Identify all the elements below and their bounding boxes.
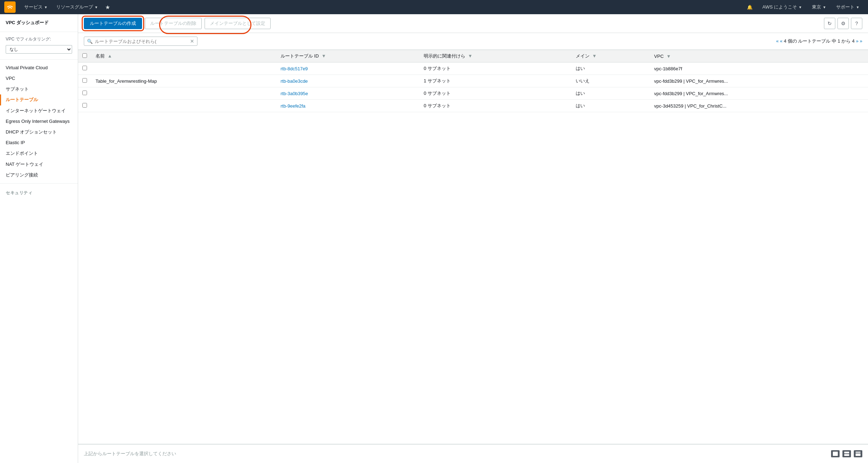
first-page-icon[interactable]: « [776, 38, 779, 44]
main-content: ルートテーブルの作成 ルートテーブルの削除 メインテーブルとして設定 ↻ ⚙ ? [78, 14, 868, 463]
pagination-text: 4 個の ルートテーブル 中 1 から 4 [784, 38, 856, 44]
sidebar-item-egress-only[interactable]: Egress Only Internet Gateways [0, 116, 78, 127]
cell-name-0 [91, 62, 276, 75]
pagination-info: « « 4 個の ルートテーブル 中 1 から 4 » » [776, 38, 862, 44]
row-checkbox-1[interactable] [82, 78, 87, 83]
svg-rect-3 [844, 454, 849, 456]
prev-page-icon[interactable]: « [780, 38, 782, 44]
select-all-checkbox[interactable] [82, 53, 87, 58]
services-menu[interactable]: サービス ▼ [20, 0, 52, 14]
resources-menu[interactable]: リソースグループ ▼ [52, 0, 102, 14]
row-checkbox-3[interactable] [82, 103, 87, 108]
security-section-header: セキュリティ [0, 186, 78, 197]
col-route-table-id: ルートテーブル ID ▼ [276, 50, 419, 62]
select-prompt: 上記からルートテーブルを選択してください [84, 451, 176, 457]
cell-main-2: はい [571, 87, 650, 100]
table-row[interactable]: rtb-3a0b395e 0 サブネット はい vpc-fdd3b299 | V… [78, 87, 868, 100]
cell-name-2 [91, 87, 276, 100]
cell-vpc-3: vpc-3d453259 | VPC_for_ChristC... [650, 100, 868, 112]
row-checkbox-0[interactable] [82, 66, 87, 70]
cell-name-1: Table_for_Aremwrestling-Map [91, 75, 276, 87]
table-row[interactable]: rtb-8dc517e9 0 サブネット はい vpc-1b886e7f [78, 62, 868, 75]
set-main-table-button[interactable]: メインテーブルとして設定 [205, 18, 271, 29]
sidebar-item-subnet[interactable]: サブネット [0, 84, 78, 94]
vpc-filter-select[interactable]: なし [6, 45, 72, 54]
svg-rect-2 [844, 452, 849, 453]
cell-vpc-1: vpc-fdd3b299 | VPC_for_Armwres... [650, 75, 868, 87]
vpc-filter-row: なし [0, 44, 78, 56]
cell-main-0: はい [571, 62, 650, 75]
sidebar-item-elastic-ip[interactable]: Elastic IP [0, 137, 78, 148]
panel-layout-full-icon[interactable] [831, 450, 840, 457]
row-checkbox-2[interactable] [82, 91, 87, 95]
bottom-panel: 上記からルートテーブルを選択してください [78, 444, 868, 463]
sidebar-item-vpc[interactable]: VPC [0, 73, 78, 84]
cell-associated-1: 1 サブネット [419, 75, 571, 87]
svg-rect-4 [856, 452, 861, 453]
refresh-button[interactable]: ↻ [824, 18, 835, 29]
cell-associated-2: 0 サブネット [419, 87, 571, 100]
cell-id-1: rtb-ba0e3cde [276, 75, 419, 87]
sidebar-item-nat-gateway[interactable]: NAT ゲートウェイ [0, 159, 78, 170]
table-area: 🔍 ✕ « « 4 個の ルートテーブル 中 1 から 4 » » [78, 33, 868, 444]
cell-name-3 [91, 100, 276, 112]
search-icon: 🔍 [87, 39, 93, 44]
aws-logo [4, 1, 16, 13]
filter-label: VPC でフィルタリング: [0, 35, 78, 44]
cell-associated-3: 0 サブネット [419, 100, 571, 112]
table-row[interactable]: rtb-9eefe2fa 0 サブネット はい vpc-3d453259 | V… [78, 100, 868, 112]
region-menu[interactable]: 東京 ▼ [808, 0, 830, 14]
search-bar: 🔍 ✕ « « 4 個の ルートテーブル 中 1 から 4 » » [78, 33, 868, 50]
support-menu[interactable]: サポート ▼ [832, 0, 864, 14]
cell-vpc-2: vpc-fdd3b299 | VPC_for_Armwres... [650, 87, 868, 100]
dashboard-title: VPC ダッシュボード [0, 14, 78, 29]
cell-main-3: はい [571, 100, 650, 112]
create-route-table-button[interactable]: ルートテーブルの作成 [84, 18, 142, 29]
clear-search-icon[interactable]: ✕ [190, 38, 194, 44]
cell-id-0: rtb-8dc517e9 [276, 62, 419, 75]
last-page-icon[interactable]: » [860, 38, 862, 44]
sidebar-item-internet-gateway[interactable]: インターネットゲートウェイ [0, 105, 78, 116]
sidebar-item-route-table[interactable]: ルートテーブル [0, 94, 78, 105]
sidebar-item-virtual-private-cloud[interactable]: Virtual Private Cloud [0, 62, 78, 73]
cell-id-3: rtb-9eefe2fa [276, 100, 419, 112]
cell-associated-0: 0 サブネット [419, 62, 571, 75]
cell-vpc-0: vpc-1b886e7f [650, 62, 868, 75]
cell-main-1: いいえ [571, 75, 650, 87]
favorites-icon[interactable]: ★ [102, 4, 113, 11]
svg-rect-1 [833, 452, 838, 456]
svg-rect-5 [856, 453, 861, 456]
route-table-data-table: 名前 ▲ ルートテーブル ID ▼ 明示的に関連付けら ▼ メイン ▼ VPC … [78, 50, 868, 112]
col-vpc: VPC ▼ [650, 50, 868, 62]
help-button[interactable]: ? [851, 18, 862, 29]
search-input[interactable] [95, 39, 189, 44]
panel-layout-icons [831, 450, 862, 457]
delete-route-table-button[interactable]: ルートテーブルの削除 [145, 18, 202, 29]
col-explicitly-associated: 明示的に関連付けら ▼ [419, 50, 571, 62]
sidebar: VPC ダッシュボード VPC でフィルタリング: なし Virtual Pri… [0, 14, 78, 463]
cell-id-2: rtb-3a0b395e [276, 87, 419, 100]
sidebar-item-endpoint[interactable]: エンドポイント [0, 148, 78, 159]
search-input-wrap: 🔍 ✕ [84, 37, 197, 46]
col-main: メイン ▼ [571, 50, 650, 62]
toolbar: ルートテーブルの作成 ルートテーブルの削除 メインテーブルとして設定 ↻ ⚙ ? [78, 14, 868, 33]
col-name: 名前 ▲ [91, 50, 276, 62]
bell-icon[interactable]: 🔔 [743, 0, 757, 14]
aws-welcome-menu[interactable]: AWS にようこそ ▼ [758, 0, 807, 14]
next-page-icon[interactable]: » [856, 38, 860, 44]
sidebar-item-dhcp[interactable]: DHCP オプションセット [0, 127, 78, 137]
panel-layout-bottom-icon[interactable] [854, 450, 862, 457]
panel-layout-split-icon[interactable] [842, 450, 851, 457]
sidebar-item-peering[interactable]: ピアリング接続 [0, 170, 78, 180]
top-navigation: サービス ▼ リソースグループ ▼ ★ 🔔 AWS にようこそ ▼ 東京 ▼ サ… [0, 0, 868, 14]
settings-button[interactable]: ⚙ [837, 18, 849, 29]
table-row[interactable]: Table_for_Aremwrestling-Map rtb-ba0e3cde… [78, 75, 868, 87]
